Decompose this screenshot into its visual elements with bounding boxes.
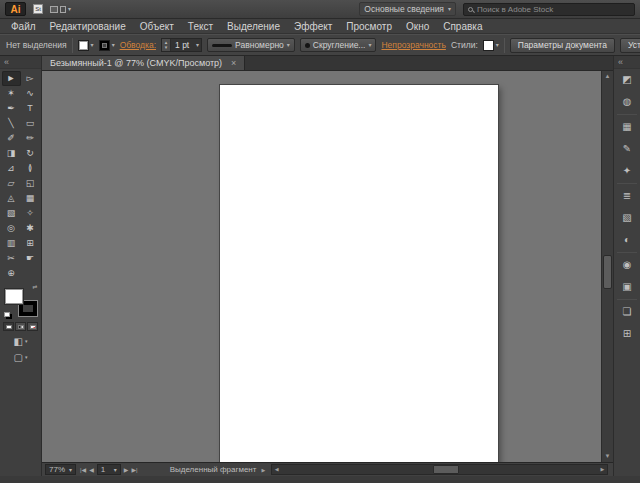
none-icon xyxy=(30,325,36,329)
fill-indicator[interactable] xyxy=(5,289,23,304)
screen-mode-icon: ▢ xyxy=(14,352,23,363)
swap-fill-stroke-icon[interactable]: ⇄ xyxy=(32,283,37,290)
scroll-up-arrow[interactable]: ▲ xyxy=(602,71,613,82)
document-setup-button[interactable]: Параметры документа xyxy=(510,38,615,53)
symbols-panel-icon[interactable]: ✦ xyxy=(614,160,640,182)
first-artboard-button[interactable]: |◀ xyxy=(80,466,86,473)
symbol-sprayer-tool[interactable]: ✱ xyxy=(21,221,40,236)
pen-tool[interactable]: ✒ xyxy=(2,101,21,116)
scroll-right-arrow[interactable]: ▶ xyxy=(598,465,607,474)
hand-tool[interactable]: ☛ xyxy=(21,251,40,266)
artboard-number-control[interactable]: 1 ▾ xyxy=(97,464,121,475)
line-segment-tool[interactable]: ╲ xyxy=(2,116,21,131)
scale-tool[interactable]: ⊿ xyxy=(2,161,21,176)
menu-view[interactable]: Просмотр xyxy=(339,19,399,34)
width-tool[interactable]: ≬ xyxy=(21,161,40,176)
vertical-scrollbar[interactable]: ▲ ▼ xyxy=(601,71,613,462)
rectangle-tool[interactable]: ▭ xyxy=(21,116,40,131)
type-tool[interactable]: T xyxy=(21,101,40,116)
stroke-color-control[interactable]: ▾ xyxy=(99,40,115,51)
last-artboard-button[interactable]: ▶| xyxy=(131,466,137,473)
canvas[interactable] xyxy=(42,71,601,462)
stroke-width-value[interactable]: 1 pt xyxy=(171,39,195,51)
document-tab[interactable]: Безымянный-1 @ 77% (CMYK/Просмотр) × xyxy=(42,56,245,70)
magic-wand-tool[interactable]: ✶ xyxy=(2,86,21,101)
color-icon xyxy=(6,325,12,329)
lasso-tool[interactable]: ∿ xyxy=(21,86,40,101)
zoom-level-control[interactable]: 77% ▾ xyxy=(45,464,76,475)
free-transform-tool[interactable]: ▱ xyxy=(2,176,21,191)
style-dropdown[interactable]: ▾ xyxy=(483,40,499,51)
brushes-panel-icon[interactable]: ✎ xyxy=(614,138,640,160)
transparency-panel-icon[interactable]: ◐ xyxy=(614,229,640,251)
stock-search[interactable] xyxy=(463,3,635,16)
artboard-tool[interactable]: ⊞ xyxy=(21,236,40,251)
menu-help[interactable]: Справка xyxy=(436,19,489,34)
menu-effect[interactable]: Эффект xyxy=(287,19,339,34)
workspace-switcher[interactable]: Основные сведения ▾ xyxy=(359,2,456,16)
eraser-tool[interactable]: ◨ xyxy=(2,146,21,161)
fill-stroke-indicator[interactable]: ⇄ xyxy=(4,285,38,317)
menu-edit[interactable]: Редактирование xyxy=(43,19,133,34)
prev-artboard-button[interactable]: ◀ xyxy=(89,466,94,473)
brush-definition-dropdown[interactable]: Скругление... ▾ xyxy=(300,38,377,52)
gradient-button[interactable] xyxy=(15,322,26,331)
stock-search-input[interactable] xyxy=(477,5,630,14)
horizontal-scroll-thumb[interactable] xyxy=(433,465,459,474)
paintbrush-tool[interactable]: ✐ xyxy=(2,131,21,146)
width-profile-dropdown[interactable]: Равномерно ▾ xyxy=(207,38,295,52)
adobe-stock-icon[interactable]: St xyxy=(33,4,43,14)
horizontal-scrollbar[interactable]: ◀ ▶ xyxy=(271,464,608,475)
swatches-panel-icon[interactable]: ▦ xyxy=(614,116,640,138)
shape-builder-tool[interactable]: ◱ xyxy=(21,176,40,191)
scroll-down-arrow[interactable]: ▼ xyxy=(602,451,613,462)
gradient-tool[interactable]: ▧ xyxy=(2,206,21,221)
selection-tool[interactable]: ► xyxy=(2,71,21,86)
status-display[interactable]: Выделенный фрагмент ▶ xyxy=(170,465,266,474)
arrange-documents-control[interactable]: ▾ xyxy=(50,6,71,13)
mesh-tool[interactable]: ▦ xyxy=(21,191,40,206)
menu-select[interactable]: Выделение xyxy=(220,19,287,34)
column-graph-tool[interactable]: ▥ xyxy=(2,236,21,251)
stroke-panel-link[interactable]: Обводка: xyxy=(120,40,156,50)
tools-collapse-button[interactable]: « xyxy=(0,56,41,69)
color-button[interactable] xyxy=(3,322,14,331)
drawing-modes-button[interactable]: ◧ ▾ xyxy=(14,336,28,347)
opacity-panel-link[interactable]: Непрозрачность xyxy=(381,40,445,50)
appearance-panel-icon[interactable]: ◉ xyxy=(614,254,640,276)
menu-type[interactable]: Текст xyxy=(181,19,220,34)
menu-window[interactable]: Окно xyxy=(399,19,436,34)
screen-mode-button[interactable]: ▢ ▾ xyxy=(14,352,28,363)
none-button[interactable] xyxy=(27,322,38,331)
gradient-panel-icon[interactable]: ▧ xyxy=(614,207,640,229)
color-mode-buttons xyxy=(3,322,38,331)
eyedropper-tool[interactable]: ✧ xyxy=(21,206,40,221)
next-artboard-button[interactable]: ▶ xyxy=(124,466,129,473)
fill-color-control[interactable]: ▾ xyxy=(78,40,94,51)
stroke-panel-icon[interactable]: ≣ xyxy=(614,185,640,207)
pencil-tool[interactable]: ✏ xyxy=(21,131,40,146)
dock-collapse-button[interactable]: « xyxy=(614,56,640,69)
title-bar: Ai St ▾ Основные сведения ▾ xyxy=(0,0,640,19)
rotate-tool[interactable]: ↻ xyxy=(21,146,40,161)
artboards-panel-icon[interactable]: ⊞ xyxy=(614,323,640,345)
zoom-tool[interactable]: ⊕ xyxy=(2,266,21,281)
perspective-grid-tool[interactable]: ◬ xyxy=(2,191,21,206)
blend-tool[interactable]: ◎ xyxy=(2,221,21,236)
stroke-width-control[interactable]: ▴▾ 1 pt ▾ xyxy=(161,38,202,52)
stepper-arrows-icon[interactable]: ▴▾ xyxy=(162,39,171,51)
artboard[interactable] xyxy=(220,85,498,462)
layers-panel-icon[interactable]: ❏ xyxy=(614,301,640,323)
graphic-styles-panel-icon[interactable]: ▣ xyxy=(614,276,640,298)
menu-object[interactable]: Объект xyxy=(133,19,181,34)
default-fill-stroke-icon[interactable] xyxy=(4,312,10,317)
vertical-scroll-thumb[interactable] xyxy=(603,255,612,289)
direct-selection-tool[interactable]: ▻ xyxy=(21,71,40,86)
color-panel-icon[interactable]: ◩ xyxy=(614,69,640,91)
slice-tool[interactable]: ✂ xyxy=(2,251,21,266)
color-guide-panel-icon[interactable]: ◍ xyxy=(614,91,640,113)
preferences-button[interactable]: Установки xyxy=(620,38,640,53)
scroll-left-arrow[interactable]: ◀ xyxy=(272,465,281,474)
close-icon[interactable]: × xyxy=(231,59,236,68)
menu-file[interactable]: Файл xyxy=(4,19,43,34)
